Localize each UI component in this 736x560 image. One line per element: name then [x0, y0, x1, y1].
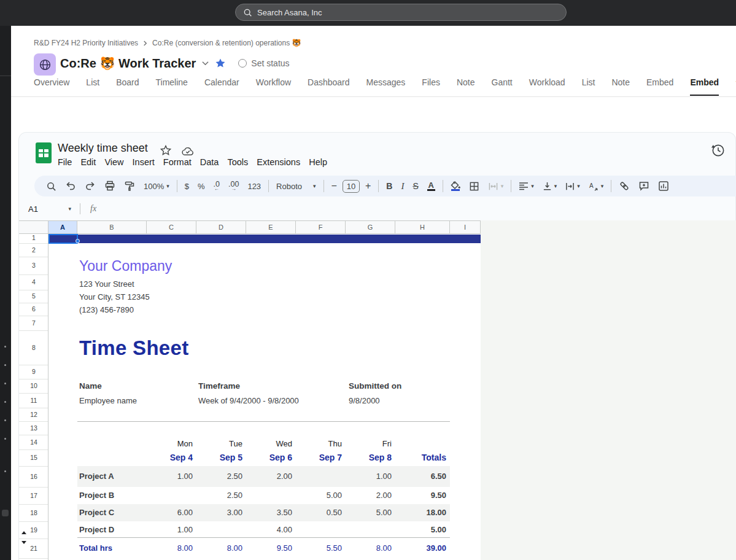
hours-cell[interactable]: 5.00	[349, 508, 392, 518]
timeframe-label-cell[interactable]: Timeframe	[198, 381, 240, 391]
name-value-cell[interactable]: Employee name	[79, 396, 137, 406]
italic-button[interactable]: I	[397, 178, 408, 194]
hours-cell[interactable]: 2.50	[199, 472, 242, 481]
selected-cell-a1[interactable]	[48, 234, 78, 244]
font-select[interactable]: Roboto▾	[272, 178, 320, 194]
text-rotation-select[interactable]: A ▾	[584, 178, 608, 194]
submitted-value-cell[interactable]: 9/8/2000	[349, 396, 380, 406]
merge-cells-icon[interactable]: ▾	[484, 178, 508, 194]
row-header-4[interactable]: 4	[19, 278, 48, 286]
row-header-14[interactable]: 14	[19, 438, 48, 446]
paint-format-icon[interactable]	[120, 178, 139, 194]
project-name-cell[interactable]: Project D	[79, 525, 114, 535]
undo-icon[interactable]	[61, 178, 80, 194]
menu-edit[interactable]: Edit	[80, 157, 96, 167]
row-header-12[interactable]: 12	[19, 411, 48, 418]
row-total-cell[interactable]: 18.00	[403, 508, 446, 518]
hours-cell[interactable]: 4.00	[249, 525, 292, 535]
project-name-cell[interactable]: Project B	[79, 491, 114, 500]
row-total-cell[interactable]: 9.50	[403, 491, 446, 500]
row-header-17[interactable]: 17	[19, 492, 48, 499]
tab-embed[interactable]: Embed	[646, 77, 673, 95]
increase-font-button[interactable]: +	[361, 178, 375, 194]
hours-cell[interactable]: 9.50	[249, 543, 292, 553]
fill-color-icon[interactable]	[446, 178, 465, 194]
menu-view[interactable]: View	[104, 157, 123, 167]
hours-cell[interactable]: 2.00	[349, 491, 392, 500]
row-header-21[interactable]: 21	[19, 545, 48, 552]
timesheet-title-cell[interactable]: Time Sheet	[79, 336, 188, 360]
row-header-10[interactable]: 10	[19, 382, 48, 389]
row-header-13[interactable]: 13	[19, 424, 48, 432]
hours-cell[interactable]: 2.00	[249, 472, 292, 481]
breadcrumb-current[interactable]: Co:Re (conversion & retention) operation…	[152, 39, 301, 47]
name-label-cell[interactable]: Name	[79, 381, 102, 391]
project-name-cell[interactable]: Total hrs	[79, 543, 112, 553]
collapsed-sidebar[interactable]	[0, 26, 11, 560]
tab-workload[interactable]: Workload	[529, 77, 565, 95]
row-header-6[interactable]: 6	[19, 305, 48, 313]
row-header-18[interactable]: 18	[19, 509, 48, 516]
column-header-i[interactable]: I	[450, 221, 481, 233]
date-header-cell[interactable]: Sep 8	[349, 453, 392, 462]
text-color-button[interactable]: A	[423, 178, 440, 194]
menu-file[interactable]: File	[58, 157, 72, 167]
text-wrap-select[interactable]: ▾	[561, 178, 584, 194]
hours-cell[interactable]: 1.00	[150, 472, 193, 481]
header-band-row1[interactable]	[48, 235, 481, 243]
menu-format[interactable]: Format	[163, 157, 192, 167]
tab-embed[interactable]: Embed	[690, 77, 719, 96]
hours-cell[interactable]: 5.50	[299, 543, 342, 553]
hours-cell[interactable]: 8.00	[150, 543, 193, 553]
hours-cell[interactable]: 2.50	[199, 491, 242, 500]
hours-cell[interactable]: 6.00	[150, 508, 193, 518]
sheet-canvas[interactable]: Your Company 123 Your Street Your City, …	[48, 234, 481, 560]
borders-icon[interactable]	[465, 178, 484, 194]
decrease-decimal-button[interactable]: .0←	[209, 178, 224, 194]
hours-cell[interactable]: 3.00	[199, 508, 242, 518]
company-name-cell[interactable]: Your Company	[79, 257, 172, 274]
menu-help[interactable]: Help	[309, 157, 327, 167]
tab-files[interactable]: Files	[422, 77, 440, 95]
print-icon[interactable]	[100, 178, 120, 194]
tab-workflow[interactable]: Workflow	[256, 77, 291, 95]
hours-cell[interactable]: 0.50	[299, 508, 342, 518]
insert-link-icon[interactable]	[614, 178, 634, 194]
row-header-15[interactable]: 15	[19, 454, 48, 461]
row-total-cell[interactable]: 6.50	[403, 472, 446, 481]
tab-note[interactable]: Note	[457, 77, 475, 95]
column-header-d[interactable]: D	[196, 221, 246, 233]
row-header-1[interactable]: 1	[19, 234, 48, 241]
tab-dashboard[interactable]: Dashboard	[308, 77, 350, 95]
tab-overview[interactable]: Overview	[34, 77, 69, 95]
day-header-cell[interactable]: Fri	[349, 439, 392, 449]
menu-data[interactable]: Data	[200, 157, 219, 167]
company-city-cell[interactable]: Your City, ST 12345	[79, 292, 150, 303]
tab-list[interactable]: List	[582, 77, 595, 95]
tab-list[interactable]: List	[86, 77, 99, 95]
hours-cell[interactable]: 5.00	[299, 491, 342, 500]
row-total-cell[interactable]: 5.00	[403, 525, 446, 535]
percent-format-button[interactable]: %	[193, 178, 209, 194]
redo-icon[interactable]	[80, 178, 100, 194]
column-header-h[interactable]: H	[395, 221, 450, 233]
tab-board[interactable]: Board	[116, 77, 139, 95]
hidden-row-expand-down-icon[interactable]	[21, 541, 26, 544]
sheets-doc-title[interactable]: Weekly time sheet	[58, 142, 148, 155]
search-menus-icon[interactable]	[42, 178, 61, 194]
set-status-button[interactable]: Set status	[238, 58, 289, 68]
vertical-align-select[interactable]: ▾	[538, 178, 562, 194]
hours-cell[interactable]: 1.00	[349, 472, 392, 481]
day-header-cell[interactable]: Thu	[299, 439, 342, 449]
more-formats-button[interactable]: 123	[243, 178, 265, 194]
timeframe-value-cell[interactable]: Week of 9/4/2000 - 9/8/2000	[198, 396, 299, 406]
fill-handle[interactable]	[76, 239, 80, 243]
insert-comment-icon[interactable]	[634, 178, 654, 194]
row-header-7[interactable]: 7	[19, 319, 48, 327]
global-search-input[interactable]: Search Asana, Inc	[235, 4, 567, 21]
row-total-cell[interactable]: 39.00	[403, 543, 446, 553]
row-header-8[interactable]: 8	[19, 344, 48, 351]
hours-cell[interactable]: 8.00	[199, 543, 242, 553]
row-header-9[interactable]: 9	[19, 368, 48, 375]
column-header-e[interactable]: E	[246, 221, 296, 233]
